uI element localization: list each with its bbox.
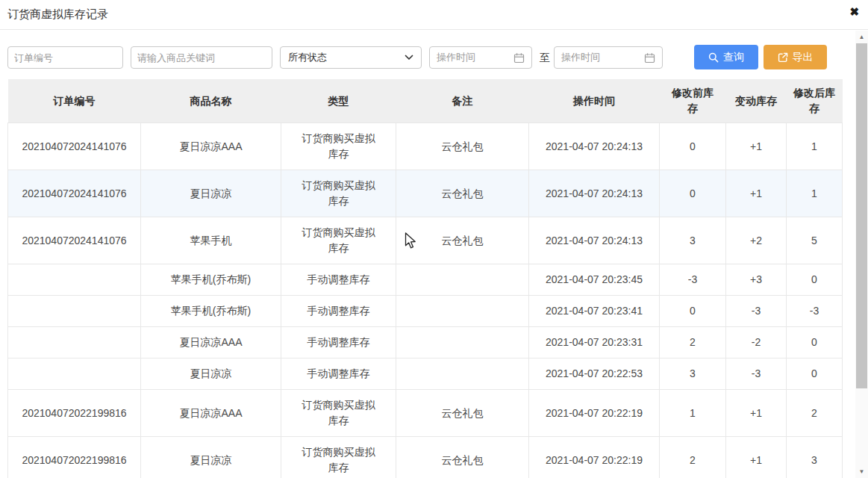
cell-stock-change: +1 xyxy=(726,437,787,478)
close-icon[interactable]: ✖ xyxy=(849,4,859,19)
cell-stock-before: 2 xyxy=(660,327,726,358)
cell-order-no xyxy=(8,296,141,327)
cell-operate-time: 2021-04-07 20:23:41 xyxy=(529,296,660,327)
cell-product-name: 苹果手机(乔布斯) xyxy=(141,296,281,327)
cell-remark: 云仓礼包 xyxy=(396,170,529,217)
cell-remark xyxy=(396,327,529,358)
cell-remark xyxy=(396,358,529,390)
cell-operate-time: 2021-04-07 20:24:13 xyxy=(529,217,660,264)
cell-type: 手动调整库存 xyxy=(281,327,396,358)
cell-type: 手动调整库存 xyxy=(281,296,396,327)
col-order-no: 订单编号 xyxy=(8,79,141,123)
scrollbar-thumb[interactable] xyxy=(856,43,867,388)
cell-stock-after: -3 xyxy=(787,296,843,327)
cell-remark: 云仓礼包 xyxy=(396,390,529,437)
table-row: 202104072024141076夏日凉凉订货商购买虚拟库存云仓礼包2021-… xyxy=(8,170,843,217)
cell-stock-before: 3 xyxy=(660,358,726,390)
table-row: 夏日凉凉AAA手动调整库存2021-04-07 20:23:312-20 xyxy=(8,327,843,358)
cell-stock-before: 0 xyxy=(660,296,726,327)
cell-operate-time: 2021-04-07 20:22:19 xyxy=(529,390,660,437)
table-row: 苹果手机(乔布斯)手动调整库存2021-04-07 20:23:45-3+30 xyxy=(8,264,843,296)
cell-stock-change: +1 xyxy=(726,390,787,437)
scroll-down-icon[interactable]: ▼ xyxy=(855,465,868,478)
table-row: 苹果手机(乔布斯)手动调整库存2021-04-07 20:23:410-3-3 xyxy=(8,296,843,327)
cell-product-name: 苹果手机 xyxy=(141,217,281,264)
status-select-value: 所有状态 xyxy=(288,51,327,64)
cell-operate-time: 2021-04-07 20:24:13 xyxy=(529,123,660,170)
table-row: 202104072024141076苹果手机订货商购买虚拟库存云仓礼包2021-… xyxy=(8,217,843,264)
cell-order-no: 202104072022199816 xyxy=(8,437,141,478)
cell-stock-change: +3 xyxy=(726,264,787,296)
search-button[interactable]: 查询 xyxy=(694,45,758,69)
cell-product-name: 夏日凉凉AAA xyxy=(141,123,281,170)
cell-operate-time: 2021-04-07 20:24:13 xyxy=(529,170,660,217)
cell-order-no: 202104072024141076 xyxy=(8,217,141,264)
col-product-name: 商品名称 xyxy=(141,79,281,123)
cell-stock-before: 0 xyxy=(660,170,726,217)
cell-product-name: 苹果手机(乔布斯) xyxy=(141,264,281,296)
cell-stock-before: 2 xyxy=(660,437,726,478)
cell-operate-time: 2021-04-07 20:22:19 xyxy=(529,437,660,478)
cell-product-name: 夏日凉凉 xyxy=(141,170,281,217)
start-time-placeholder: 操作时间 xyxy=(437,51,475,64)
product-keyword-input[interactable] xyxy=(131,46,272,69)
start-time-input[interactable]: 操作时间 xyxy=(429,46,532,69)
cell-order-no: 202104072024141076 xyxy=(8,123,141,170)
cell-stock-before: -3 xyxy=(660,264,726,296)
end-time-input[interactable]: 操作时间 xyxy=(554,46,663,69)
col-stock-after: 修改后库存 xyxy=(787,79,843,123)
export-button[interactable]: 导出 xyxy=(764,45,827,69)
cell-stock-after: 1 xyxy=(787,123,843,170)
modal-title: 订货商虚拟库存记录 xyxy=(7,7,108,22)
cell-operate-time: 2021-04-07 20:23:45 xyxy=(529,264,660,296)
vertical-scrollbar[interactable]: ▲ ▼ xyxy=(855,31,868,478)
cell-remark xyxy=(396,264,529,296)
cell-stock-after: 0 xyxy=(787,264,843,296)
chevron-down-icon xyxy=(405,55,413,60)
cell-remark xyxy=(396,296,529,327)
search-icon xyxy=(708,52,719,63)
cell-stock-change: -3 xyxy=(726,358,787,390)
table-row: 夏日凉凉手动调整库存2021-04-07 20:22:533-30 xyxy=(8,358,843,390)
cell-product-name: 夏日凉凉AAA xyxy=(141,390,281,437)
cell-type: 订货商购买虚拟库存 xyxy=(281,390,396,437)
export-button-label: 导出 xyxy=(793,51,814,64)
cell-stock-change: +1 xyxy=(726,123,787,170)
cell-stock-change: +2 xyxy=(726,217,787,264)
table-body: 202104072024141076夏日凉凉AAA订货商购买虚拟库存云仓礼包20… xyxy=(8,123,843,478)
cell-type: 订货商购买虚拟库存 xyxy=(281,437,396,478)
cell-type: 手动调整库存 xyxy=(281,264,396,296)
end-time-placeholder: 操作时间 xyxy=(561,51,600,64)
cell-product-name: 夏日凉凉 xyxy=(141,358,281,390)
cell-stock-change: +1 xyxy=(726,170,787,217)
cell-order-no: 202104072024141076 xyxy=(8,170,141,217)
cell-stock-after: 0 xyxy=(787,327,843,358)
cell-stock-after: 0 xyxy=(787,358,843,390)
cell-stock-change: -3 xyxy=(726,296,787,327)
status-select[interactable]: 所有状态 xyxy=(280,46,422,69)
col-stock-change: 变动库存 xyxy=(726,79,787,123)
col-remark: 备注 xyxy=(396,79,529,123)
cell-product-name: 夏日凉凉 xyxy=(141,437,281,478)
cell-type: 手动调整库存 xyxy=(281,358,396,390)
col-stock-before: 修改前库存 xyxy=(660,79,726,123)
cell-operate-time: 2021-04-07 20:22:53 xyxy=(529,358,660,390)
cell-remark: 云仓礼包 xyxy=(396,123,529,170)
cell-operate-time: 2021-04-07 20:23:31 xyxy=(529,327,660,358)
cell-order-no xyxy=(8,264,141,296)
search-button-label: 查询 xyxy=(723,51,744,64)
table-row: 202104072022199816夏日凉凉AAA订货商购买虚拟库存云仓礼包20… xyxy=(8,390,843,437)
cell-order-no: 202104072022199816 xyxy=(8,390,141,437)
records-table-wrap: 订单编号 商品名称 类型 备注 操作时间 修改前库存 变动库存 修改后库存 20… xyxy=(7,79,842,478)
cell-order-no xyxy=(8,358,141,390)
scroll-up-icon[interactable]: ▲ xyxy=(855,31,868,43)
cell-stock-before: 3 xyxy=(660,217,726,264)
cell-stock-after: 2 xyxy=(787,390,843,437)
calendar-icon xyxy=(513,52,525,63)
export-icon xyxy=(778,52,788,63)
calendar-icon xyxy=(644,52,655,63)
date-range-to-label: 至 xyxy=(537,46,553,69)
order-no-input[interactable] xyxy=(7,46,123,69)
cell-type: 订货商购买虚拟库存 xyxy=(281,217,396,264)
cell-stock-before: 1 xyxy=(660,390,726,437)
